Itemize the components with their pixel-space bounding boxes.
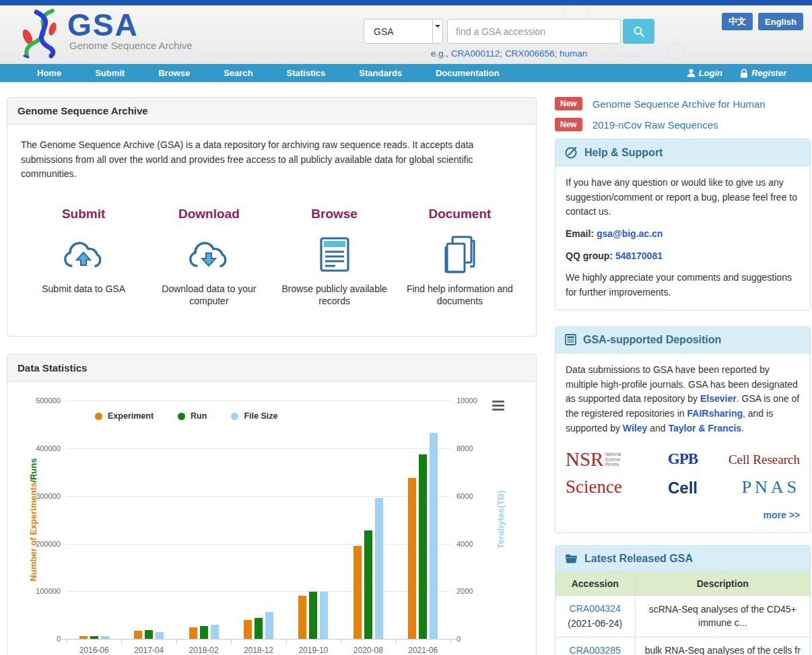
- news-item: New Genome Sequence Archive for Human: [555, 97, 811, 110]
- x-axis-label: 2021-06: [396, 646, 450, 655]
- bar-run-2019-10: [309, 592, 317, 639]
- left-axis-tick: 400000: [20, 444, 61, 452]
- top-accent-bar: [0, 0, 812, 5]
- search-category-select[interactable]: GSA: [364, 19, 443, 44]
- example-link[interactable]: CRX006656: [505, 48, 555, 59]
- latest-released-table: AccessionDescription CRA004324 (2021-06-…: [555, 572, 810, 655]
- action-title: Document: [397, 204, 522, 223]
- legend-dot: [231, 413, 238, 420]
- chart-menu-button[interactable]: [492, 401, 504, 413]
- search-input[interactable]: [447, 19, 621, 44]
- journal-list-icon: [565, 334, 576, 345]
- action-title: Submit: [21, 204, 146, 223]
- bar-experiment-2020-08: [353, 546, 362, 640]
- accession-date: (2021-06-24): [561, 617, 630, 631]
- legend-dot: [178, 413, 185, 420]
- deposition-text: Data submissions to GSA have been report…: [566, 363, 800, 436]
- bar-experiment-2018-12: [244, 620, 252, 639]
- bar-run-2018-12: [255, 618, 263, 640]
- action-caption: Submit data to GSA: [24, 283, 143, 296]
- left-axis-tick: 200000: [20, 540, 61, 548]
- login-label: Login: [699, 68, 722, 78]
- accession-link[interactable]: CRA004324: [570, 603, 621, 614]
- qq-group-link[interactable]: 548170081: [615, 250, 663, 261]
- search-examples: e.g., CRA000112; CRX006656; human: [364, 48, 654, 59]
- gridline: [67, 544, 450, 545]
- bar-run-2018-02: [200, 626, 208, 639]
- action-document[interactable]: Document Find help information and docum…: [397, 204, 522, 308]
- legend-item-run[interactable]: Run: [178, 411, 207, 421]
- action-caption: Download data to your computer: [149, 283, 269, 308]
- nav-item-documentation[interactable]: Documentation: [419, 64, 516, 82]
- x-axis-label: 2016-06: [67, 646, 121, 655]
- action-browse[interactable]: Browse Browse publicly available records: [272, 204, 397, 308]
- publisher-link[interactable]: Wiley: [623, 423, 647, 434]
- action-download[interactable]: Download Download data to your computer: [146, 204, 271, 308]
- news-link[interactable]: 2019-nCov Raw Sequences: [593, 119, 718, 131]
- lang-chinese-button[interactable]: 中文: [722, 13, 753, 30]
- right-axis-tick: 2000: [456, 587, 473, 595]
- right-axis-title: Terabytes(TB): [496, 491, 506, 549]
- left-axis-tick: 100000: [20, 587, 61, 595]
- publisher-link[interactable]: FAIRsharing: [687, 408, 743, 419]
- news-item: New 2019-nCov Raw Sequences: [555, 118, 811, 131]
- more-link[interactable]: more >>: [566, 508, 800, 523]
- lang-english-button[interactable]: English: [758, 13, 803, 30]
- intro-panel: Genome Sequence Archive The Genome Seque…: [7, 97, 537, 337]
- action-caption: Find help information and documents: [400, 283, 520, 308]
- search-button[interactable]: [623, 19, 654, 44]
- statistics-panel: Data Statistics 010000020000030000040000…: [7, 354, 537, 655]
- news-link[interactable]: Genome Sequence Archive for Human: [593, 98, 766, 110]
- left-axis-tick: 0: [20, 635, 61, 643]
- nav-item-submit[interactable]: Submit: [78, 64, 141, 82]
- legend-item-experiment[interactable]: Experiment: [95, 411, 154, 421]
- journal-logo-cellres[interactable]: Cell Research: [722, 445, 800, 473]
- nav-item-search[interactable]: Search: [207, 64, 269, 82]
- bar-file-size-2018-12: [265, 612, 273, 640]
- journal-logo-science[interactable]: Science: [566, 473, 644, 502]
- gridline: [67, 496, 450, 497]
- search-icon: [633, 26, 645, 38]
- example-link[interactable]: CRA000112: [451, 48, 500, 59]
- journal-logo-pnas[interactable]: PNAS: [722, 473, 800, 502]
- x-axis-tick: [341, 640, 341, 644]
- journal-logo-gpb[interactable]: GPB: [644, 445, 722, 473]
- search-category-value: GSA: [364, 26, 432, 37]
- register-button[interactable]: Register: [740, 68, 786, 78]
- email-link[interactable]: gsa@big.ac.cn: [597, 228, 663, 239]
- nav-item-standards[interactable]: Standards: [342, 64, 419, 82]
- right-axis-tick: 4000: [456, 540, 473, 548]
- journal-logo-nsr[interactable]: NSRNationalScienceReview: [566, 445, 644, 473]
- latest-released-panel: Latest Released GSA AccessionDescription…: [555, 545, 811, 655]
- publisher-link[interactable]: Taylor & Francis: [668, 423, 741, 434]
- main-nav: Home Submit Browse Search Statistics Sta…: [0, 64, 812, 82]
- gsa-logo[interactable]: GSA Genome Sequence Archive: [19, 9, 193, 60]
- journal-logo-cell[interactable]: Cell: [644, 473, 722, 502]
- bar-experiment-2018-02: [189, 627, 197, 640]
- x-axis-label: 2018-12: [232, 646, 285, 655]
- nav-item-home[interactable]: Home: [20, 64, 78, 82]
- data-statistics-chart: 0100000200000300000400000500000020004000…: [20, 392, 522, 655]
- bar-run-2017-04: [145, 630, 153, 639]
- new-badge: New: [555, 97, 582, 110]
- example-prefix: e.g.,: [431, 48, 448, 59]
- column-header: Accession: [555, 572, 635, 596]
- nav-item-statistics[interactable]: Statistics: [270, 64, 343, 82]
- statistics-panel-title: Data Statistics: [7, 355, 536, 382]
- x-axis-label: 2019-10: [286, 646, 340, 655]
- right-axis-tick: 10000: [456, 397, 477, 405]
- lock-icon: [740, 69, 748, 78]
- login-button[interactable]: Login: [687, 68, 722, 78]
- bar-run-2021-06: [419, 454, 427, 640]
- folder-icon: [565, 553, 578, 563]
- help-support-title: Help & Support: [584, 147, 663, 159]
- publisher-link[interactable]: Elsevier: [700, 393, 737, 404]
- accession-link[interactable]: CRA003285: [570, 645, 621, 655]
- example-link[interactable]: human: [560, 48, 587, 59]
- bar-file-size-2016-06: [101, 636, 109, 639]
- legend-item-file-size[interactable]: File Size: [231, 411, 277, 421]
- nav-item-browse[interactable]: Browse: [141, 64, 207, 82]
- action-submit[interactable]: Submit Submit data to GSA: [21, 204, 146, 308]
- latest-released-title: Latest Released GSA: [584, 553, 693, 565]
- edit-circle-icon: [565, 146, 578, 159]
